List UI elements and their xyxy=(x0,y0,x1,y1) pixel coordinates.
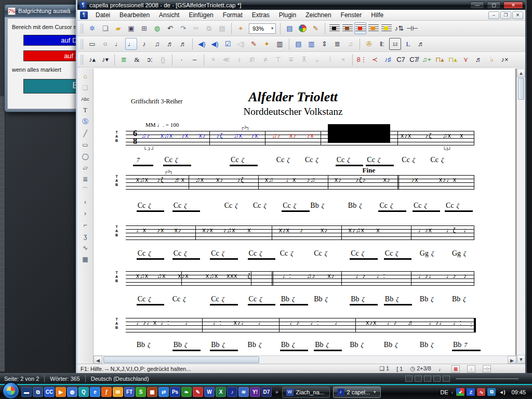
chord-label[interactable]: Ccζ xyxy=(282,202,309,212)
menu-ansicht[interactable]: Ansicht xyxy=(154,10,184,20)
note-eighth-button[interactable]: ♪ xyxy=(138,38,150,50)
note-group[interactable]: ♩x xyxy=(286,176,296,183)
note-group[interactable]: ♫♪ xyxy=(307,272,315,280)
note-group[interactable]: x♪ xyxy=(289,132,297,139)
bar-number-button[interactable]: 12 xyxy=(389,38,401,50)
tuner-button[interactable]: ✎ xyxy=(248,38,260,50)
note-group[interactable]: ♪x xyxy=(181,132,189,139)
word-language[interactable]: Deutsch (Deutschland) xyxy=(91,376,149,382)
disabled-tool-10[interactable]: ⦙ xyxy=(324,54,336,65)
quicklaunch-capella[interactable]: ♪ xyxy=(227,387,237,397)
chord-label[interactable]: Ccζ xyxy=(314,249,327,258)
page-view-button[interactable]: ▤ xyxy=(284,22,296,34)
grid-tool[interactable]: ▦ xyxy=(79,254,91,264)
chord-label[interactable]: Ccζ xyxy=(253,202,266,210)
bass-clef-button[interactable]: ɔ: xyxy=(144,54,156,65)
note-group[interactable]: x xyxy=(460,132,463,139)
lyrics-l-button[interactable]: L xyxy=(402,38,414,50)
quicklaunch-internet-explorer[interactable]: e xyxy=(90,387,100,397)
auf-zug-button[interactable]: auf Zu xyxy=(23,50,76,61)
staff-system-4[interactable]: T A Bx♫x♫xx♪xx♫xxxxζ♩:♫♪x♪♩♪♩:♩♪♩♩♪♪ xyxy=(126,271,474,286)
score-page[interactable]: Griffschrift 3-Reiher Alfelder Triolett … xyxy=(94,69,515,356)
note-quarter-button[interactable]: ♩ xyxy=(125,38,137,50)
chord-label[interactable]: Bb7 xyxy=(452,341,481,351)
play-cursor-button[interactable]: ◀) xyxy=(209,38,221,50)
note-group[interactable]: x♪x xyxy=(202,227,213,234)
colors-button[interactable] xyxy=(297,22,309,34)
print-button[interactable]: ⊞ xyxy=(138,22,150,34)
menu-zeichnen[interactable]: Zeichnen xyxy=(301,10,336,20)
chord-label[interactable]: Ccζ xyxy=(137,249,164,260)
note-up-button[interactable]: ♪▴ xyxy=(86,54,98,65)
note-group[interactable]: x♪x xyxy=(279,227,290,234)
quicklaunch-overflow-chevron[interactable]: » xyxy=(273,389,281,395)
maximize-button[interactable]: ▢ xyxy=(487,2,501,9)
redo-button[interactable]: ↷ xyxy=(177,22,189,34)
chord-label[interactable]: Bbζ xyxy=(310,202,324,210)
dot-button[interactable]: · xyxy=(176,54,188,65)
chord-label[interactable]: Bbζ xyxy=(348,202,362,210)
chord-c7-off-button[interactable]: C7̸ xyxy=(408,54,420,65)
task-ziach[interactable]: WZiach_na... xyxy=(282,387,330,398)
note-group[interactable]: ♪ζ♪ xyxy=(355,176,366,183)
keyboard-language-indicator[interactable]: DE xyxy=(441,389,448,395)
note-group[interactable]: ♩♪♩ xyxy=(418,272,435,280)
play-muted-button[interactable]: ◁) xyxy=(235,38,247,50)
note-group[interactable]: ♬x xyxy=(175,176,185,183)
treble-clef-button[interactable]: & xyxy=(131,54,143,65)
note-group[interactable]: x♪♫x xyxy=(349,227,365,234)
note-group[interactable]: x♪x xyxy=(366,319,377,326)
play-all-button[interactable]: ◀) xyxy=(196,38,208,50)
note-group[interactable]: ♪x xyxy=(411,176,418,183)
rectangle-tool[interactable]: ▭ xyxy=(79,139,91,150)
disabled-tool-3[interactable]: ♪ xyxy=(233,54,245,65)
slur-tool[interactable]: ⌒ xyxy=(79,185,91,196)
insert-notes-button[interactable]: ♫+ xyxy=(421,54,433,65)
chord-label[interactable]: Ccζ xyxy=(431,156,444,164)
note-group[interactable]: ♩: xyxy=(283,272,291,280)
chord-label[interactable]: Bbζ xyxy=(314,295,327,303)
chord-label[interactable]: Bbζ xyxy=(350,295,378,305)
chord-label[interactable]: Bbζ xyxy=(420,341,433,349)
note-group[interactable]: ♬ xyxy=(408,319,415,326)
note-group[interactable]: x xyxy=(376,227,380,234)
chord-label[interactable]: Ccζ xyxy=(384,249,411,260)
menu-einfügen[interactable]: Einfügen xyxy=(184,10,218,20)
disabled-tool-4[interactable]: ♯! xyxy=(246,54,258,65)
chord-label[interactable]: Bbζ xyxy=(280,341,308,351)
chord-label[interactable]: Ccζ xyxy=(230,156,257,166)
piano-keyboard-button[interactable]: ▥ xyxy=(274,38,286,50)
pages-button[interactable]: ▤ xyxy=(292,38,304,50)
tray-volume-tray[interactable]: ◄) xyxy=(498,388,506,396)
chord-label[interactable]: Ccζ xyxy=(378,202,406,212)
decrescendo-tool[interactable]: › xyxy=(79,208,91,219)
chord-label[interactable]: Ccζ xyxy=(276,156,289,164)
chord-label[interactable]: Bbζ xyxy=(452,295,466,303)
text-lines-button[interactable]: ≣ xyxy=(331,38,343,50)
chord-label[interactable]: Ccζ xyxy=(402,156,415,164)
menu-datei[interactable]: Datei xyxy=(91,10,115,20)
vertical-scrollbar[interactable]: ▲ ▼ xyxy=(516,69,525,364)
note-group[interactable]: ♫♪ xyxy=(272,132,281,139)
triplet-tool[interactable]: ʒ xyxy=(79,231,91,242)
note-group[interactable]: ♩♪x xyxy=(418,227,432,234)
chord-label[interactable]: Bbζ xyxy=(280,295,308,305)
word-view-buttons[interactable] xyxy=(405,376,528,382)
note-group[interactable]: ζ xyxy=(248,272,251,280)
voice-color-button-4[interactable] xyxy=(367,22,379,34)
voice-color-button-2[interactable] xyxy=(341,22,353,34)
abc-text-tool[interactable]: Abc xyxy=(79,94,91,104)
new-document-button[interactable]: ❑ xyxy=(99,22,111,34)
note-group[interactable]: x♫x xyxy=(161,132,173,139)
chord-label[interactable]: Ccζ xyxy=(210,295,237,305)
vertical-space-button[interactable]: ⇕ xyxy=(318,38,330,50)
note-group[interactable]: x♫x xyxy=(136,272,149,280)
word-page-count[interactable]: Seite: 2 von 2 xyxy=(4,376,39,382)
chord-label[interactable]: Ccζ xyxy=(248,295,275,305)
staff-lines-tool[interactable]: ≣ xyxy=(79,174,91,184)
dash-button[interactable]: – xyxy=(189,54,201,65)
mirror-button[interactable]: ⊣⊢ xyxy=(406,22,418,34)
note-group[interactable]: ♪x xyxy=(251,132,258,139)
menu-format[interactable]: Format xyxy=(218,10,247,20)
menu-extras[interactable]: Extras xyxy=(247,10,274,20)
